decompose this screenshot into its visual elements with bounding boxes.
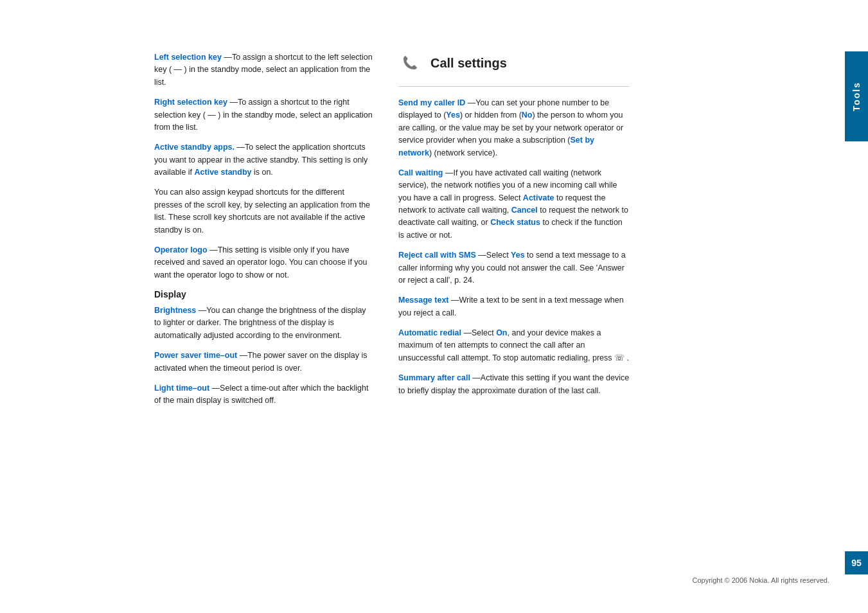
operator-logo-term: Operator logo — [154, 245, 208, 254]
send-caller-text4: ) (network service). — [429, 148, 497, 157]
brightness-term: Brightness — [154, 306, 196, 315]
cancel-term: Cancel — [511, 206, 538, 215]
content-area: Left selection key —To assign a shortcut… — [154, 51, 829, 562]
top-divider — [398, 86, 630, 87]
active-standby-term: Active standby — [195, 168, 252, 177]
call-waiting-term: Call waiting — [398, 168, 443, 177]
send-caller-text2: ) or hidden from ( — [460, 111, 522, 120]
activate-term: Activate — [523, 193, 554, 202]
operator-logo-block: Operator logo —This setting is visible o… — [154, 244, 373, 281]
left-selection-key-term: Left selection key — [154, 53, 222, 62]
active-standby-apps-term: Active standby apps. — [154, 143, 235, 152]
reject-yes-term: Yes — [511, 251, 525, 260]
reject-call-sms-block: Reject call with SMS —Select Yes to send… — [398, 249, 630, 287]
brightness-block: Brightness —You can change the brightnes… — [154, 305, 373, 342]
message-text-block: Message text —Write a text to be sent in… — [398, 294, 630, 319]
call-waiting-block: Call waiting —If you have activated call… — [398, 167, 630, 242]
left-column: Left selection key —To assign a shortcut… — [154, 51, 373, 562]
scroll-key-note-block: You can also assign keypad shortcuts for… — [154, 186, 373, 236]
automatic-redial-text1: —Select — [463, 328, 496, 337]
copyright-text: Copyright © 2006 Nokia. All rights reser… — [692, 576, 829, 584]
message-text-term: Message text — [398, 296, 449, 305]
send-caller-id-block: Send my caller ID —You can set your phon… — [398, 97, 630, 159]
power-saver-term: Power saver time–out — [154, 351, 237, 360]
summary-after-call-term: Summary after call — [398, 373, 470, 382]
send-caller-yes: Yes — [446, 111, 460, 120]
right-selection-key-block: Right selection key —To assign a shortcu… — [154, 96, 373, 134]
reject-call-sms-term: Reject call with SMS — [398, 251, 476, 260]
automatic-redial-term: Automatic redial — [398, 328, 461, 337]
tools-tab: Tools — [845, 51, 868, 141]
call-settings-header: Call settings — [398, 51, 630, 75]
send-caller-id-term: Send my caller ID — [398, 98, 465, 107]
light-timeout-term: Light time–out — [154, 384, 209, 393]
light-timeout-block: Light time–out —Select a time-out after … — [154, 382, 373, 407]
automatic-redial-block: Automatic redial —Select On, and your de… — [398, 327, 630, 364]
power-saver-block: Power saver time–out —The power saver on… — [154, 350, 373, 375]
on-term: On — [496, 328, 507, 337]
left-selection-key-block: Left selection key —To assign a shortcut… — [154, 51, 373, 89]
check-status-term: Check status — [490, 218, 540, 227]
call-settings-title: Call settings — [430, 56, 507, 71]
right-selection-key-term: Right selection key — [154, 98, 227, 107]
active-standby-apps-block: Active standby apps. —To select the appl… — [154, 141, 373, 179]
page-container: Tools 95 Left selection key —To assign a… — [0, 0, 868, 613]
phone-icon — [398, 51, 421, 75]
send-caller-no: No — [522, 111, 533, 120]
display-section-heading: Display — [154, 289, 373, 299]
tools-tab-label: Tools — [851, 82, 862, 111]
right-column: Call settings Send my caller ID —You can… — [398, 51, 630, 562]
page-number-box: 95 — [845, 551, 868, 574]
reject-call-text1: —Select — [478, 251, 511, 260]
active-standby-is-on: is on. — [254, 168, 273, 177]
summary-after-call-block: Summary after call —Activate this settin… — [398, 372, 630, 397]
page-number: 95 — [851, 558, 862, 568]
scroll-key-note-text: You can also assign keypad shortcuts for… — [154, 188, 370, 234]
